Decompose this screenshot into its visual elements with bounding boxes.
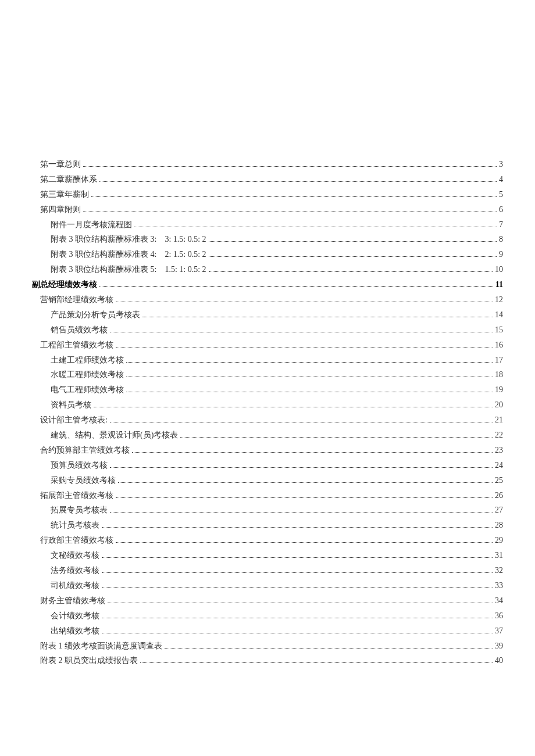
toc-title: 拓展部主管绩效考核 bbox=[40, 488, 113, 503]
toc-leader-dots bbox=[83, 160, 497, 167]
toc-title: 营销部经理绩效考核 bbox=[40, 292, 113, 307]
toc-entry: 土建工程师绩效考核17 bbox=[32, 353, 503, 368]
toc-leader-dots bbox=[99, 281, 493, 287]
toc-leader-dots bbox=[102, 567, 493, 573]
toc-entry: 营销部经理绩效考核12 bbox=[32, 292, 503, 307]
toc-entry: 第四章附则6 bbox=[32, 202, 503, 217]
toc-page-number: 19 bbox=[495, 382, 503, 397]
toc-title: 水暖工程师绩效考核 bbox=[51, 367, 124, 382]
toc-page-number: 24 bbox=[495, 458, 503, 473]
toc-leader-dots bbox=[102, 522, 493, 528]
toc-title: 附表 2 职员突出成绩报告表 bbox=[40, 653, 138, 668]
toc-leader-dots bbox=[132, 446, 493, 453]
toc-title: 产品策划分析专员考核表 bbox=[51, 307, 140, 323]
toc-leader-dots bbox=[126, 386, 493, 393]
toc-leader-dots bbox=[116, 296, 493, 302]
toc-page-number: 29 bbox=[495, 533, 503, 548]
toc-title: 建筑、结构、景观设计师(员)考核表 bbox=[51, 428, 178, 443]
toc-page-number: 9 bbox=[499, 247, 503, 262]
toc-page-number: 11 bbox=[495, 277, 503, 292]
toc-entry: 行政部主管绩效考核29 bbox=[32, 533, 503, 548]
toc-entry: 拓展部主管绩效考核26 bbox=[32, 488, 503, 503]
toc-entry: 法务绩效考核32 bbox=[32, 563, 503, 578]
toc-leader-dots bbox=[116, 492, 493, 498]
toc-title: 土建工程师绩效考核 bbox=[51, 353, 124, 368]
toc-leader-dots bbox=[140, 657, 493, 664]
toc-page-number: 10 bbox=[495, 262, 503, 277]
toc-entry: 设计部主管考核表:21 bbox=[32, 413, 503, 428]
toc-leader-dots bbox=[126, 371, 493, 378]
toc-title: 财务主管绩效考核 bbox=[40, 593, 105, 608]
toc-leader-dots bbox=[209, 236, 497, 242]
toc-entry: 司机绩效考核33 bbox=[32, 578, 503, 593]
toc-leader-dots bbox=[94, 401, 493, 407]
toc-title: 采购专员绩效考核 bbox=[51, 473, 116, 488]
toc-leader-dots bbox=[110, 326, 493, 332]
toc-entry: 资料员考核20 bbox=[32, 397, 503, 413]
toc-title: 资料员考核 bbox=[51, 397, 91, 413]
toc-leader-dots bbox=[102, 551, 493, 558]
toc-title: 行政部主管绩效考核 bbox=[40, 533, 113, 548]
toc-entry: 产品策划分析专员考核表14 bbox=[32, 307, 503, 323]
toc-leader-dots bbox=[134, 221, 497, 227]
toc-entry: 电气工程师绩效考核19 bbox=[32, 382, 503, 397]
toc-title: 第三章年薪制 bbox=[40, 187, 89, 202]
toc-title: 统计员考核表 bbox=[51, 518, 99, 533]
toc-page-number: 8 bbox=[499, 232, 503, 247]
toc-entry: 合约预算部主管绩效考核23 bbox=[32, 443, 503, 458]
toc-title: 附件一月度考核流程图 bbox=[51, 217, 132, 232]
toc-title: 文秘绩效考核 bbox=[51, 548, 99, 563]
toc-page-number: 5 bbox=[499, 187, 503, 202]
toc-leader-dots bbox=[118, 476, 493, 483]
toc-title: 预算员绩效考核 bbox=[51, 458, 108, 473]
toc-page-number: 22 bbox=[495, 428, 503, 443]
toc-leader-dots bbox=[180, 431, 493, 438]
toc-leader-dots bbox=[91, 191, 497, 197]
toc-page-number: 32 bbox=[495, 563, 503, 578]
toc-page-number: 37 bbox=[495, 624, 503, 639]
toc-entry: 拓展专员考核表27 bbox=[32, 503, 503, 518]
toc-page: 第一章总则3第二章薪酬体系4第三章年薪制5第四章附则6附件一月度考核流程图7附表… bbox=[0, 0, 535, 703]
toc-entry: 附表 3 职位结构薪酬标准表 5: 1.5: 1: 0.5: 210 bbox=[32, 262, 503, 277]
toc-page-number: 40 bbox=[495, 653, 503, 668]
toc-page-number: 3 bbox=[499, 157, 503, 172]
toc-entry: 文秘绩效考核31 bbox=[32, 548, 503, 563]
toc-leader-dots bbox=[102, 582, 493, 588]
toc-leader-dots bbox=[116, 341, 493, 347]
toc-title: 司机绩效考核 bbox=[51, 578, 99, 593]
toc-leader-dots bbox=[102, 612, 493, 618]
toc-title: 销售员绩效考核 bbox=[51, 323, 108, 338]
toc-page-number: 12 bbox=[495, 292, 503, 307]
toc-title: 副总经理绩效考核 bbox=[32, 277, 97, 292]
toc-leader-dots bbox=[110, 461, 493, 468]
toc-page-number: 31 bbox=[495, 548, 503, 563]
toc-title: 设计部主管考核表: bbox=[40, 413, 108, 428]
toc-page-number: 7 bbox=[499, 217, 503, 232]
toc-leader-dots bbox=[165, 642, 493, 648]
toc-entry: 附表 3 职位结构薪酬标准表 3: 3: 1.5: 0.5: 28 bbox=[32, 232, 503, 247]
toc-page-number: 15 bbox=[495, 323, 503, 338]
toc-entry: 附件一月度考核流程图7 bbox=[32, 217, 503, 232]
toc-page-number: 34 bbox=[495, 593, 503, 608]
toc-page-number: 26 bbox=[495, 488, 503, 503]
toc-page-number: 39 bbox=[495, 639, 503, 654]
toc-title: 工程部主管绩效考核 bbox=[40, 338, 113, 353]
toc-leader-dots bbox=[209, 251, 497, 257]
toc-page-number: 28 bbox=[495, 518, 503, 533]
toc-entry: 第二章薪酬体系4 bbox=[32, 172, 503, 187]
toc-title: 合约预算部主管绩效考核 bbox=[40, 443, 130, 458]
toc-title: 法务绩效考核 bbox=[51, 563, 99, 578]
toc-leader-dots bbox=[209, 266, 493, 272]
toc-page-number: 27 bbox=[495, 503, 503, 518]
toc-title: 第四章附则 bbox=[40, 202, 81, 217]
toc-leader-dots bbox=[110, 507, 493, 513]
toc-leader-dots bbox=[99, 175, 497, 182]
toc-title: 附表 1 绩效考核面谈满意度调查表 bbox=[40, 639, 162, 654]
toc-page-number: 20 bbox=[495, 397, 503, 413]
toc-title: 拓展专员考核表 bbox=[51, 503, 108, 518]
toc-page-number: 6 bbox=[499, 202, 503, 217]
toc-entry: 财务主管绩效考核34 bbox=[32, 593, 503, 608]
toc-entry: 第三章年薪制5 bbox=[32, 187, 503, 202]
toc-entry: 附表 3 职位结构薪酬标准表 4: 2: 1.5: 0.5: 29 bbox=[32, 247, 503, 262]
toc-title: 附表 3 职位结构薪酬标准表 3: 3: 1.5: 0.5: 2 bbox=[51, 232, 206, 247]
